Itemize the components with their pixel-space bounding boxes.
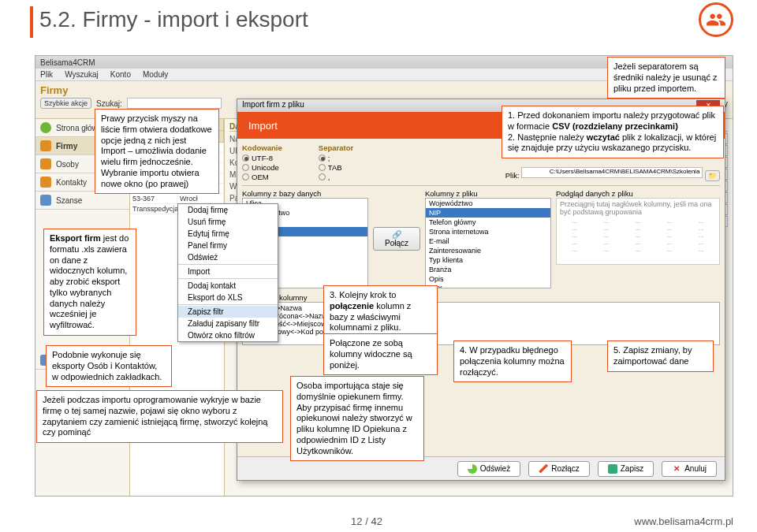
- list-item[interactable]: Województwo: [426, 199, 550, 208]
- callout-11: 5. Zapisz zmiany, by zaimportować dane: [607, 340, 714, 372]
- quick-actions-button[interactable]: Szybkie akcje: [40, 98, 91, 109]
- menu-item[interactable]: Import: [178, 266, 278, 277]
- callout-9: Osoba importująca staje się domyślnie op…: [290, 376, 424, 461]
- menu-moduly[interactable]: Moduły: [143, 70, 168, 79]
- preview-grid[interactable]: Przeciągnij tutaj nagłówek kolumny, jeśl…: [556, 198, 720, 265]
- sidebar-item-szanse[interactable]: Szanse: [35, 192, 129, 210]
- footer-url: www.belisama4crm.pl: [634, 515, 733, 527]
- callout-4: Jeżeli podczas importu oprogramowanie wy…: [36, 390, 283, 443]
- list-item[interactable]: Typ klienta: [426, 255, 550, 265]
- page-title: 5.2. Firmy - import i eksport: [39, 7, 308, 32]
- menu-item[interactable]: Eksport do XLS: [178, 292, 278, 303]
- page-number: 12 / 42: [351, 515, 382, 527]
- callout-5: Jeżeli separatorem są średniki należy je…: [607, 57, 725, 99]
- menu-plik[interactable]: Plik: [40, 70, 53, 79]
- radio-unicode[interactable]: Unicode: [242, 163, 279, 172]
- list-item[interactable]: Zainteresowanie: [426, 246, 550, 255]
- chance-icon: [40, 195, 51, 206]
- callout-3: Podobnie wykonuje się eksporty Osób i Ko…: [46, 345, 172, 387]
- home-icon: [40, 122, 51, 133]
- mapped-row[interactable]: Kod pocztowy<->Kod pocztowy: [246, 328, 716, 336]
- badge-icon: [699, 2, 733, 37]
- mapped-row[interactable]: Nazwa skrócona<->Nazwa sk: [246, 312, 716, 320]
- contact-icon: [40, 177, 51, 188]
- menu-konto[interactable]: Konto: [110, 70, 131, 79]
- browse-button[interactable]: 📁: [705, 170, 720, 181]
- cancel-icon: ✕: [672, 464, 681, 474]
- menu-item[interactable]: Odśwież: [178, 251, 278, 263]
- menu-item[interactable]: Zapisz filtr: [178, 306, 278, 318]
- radio-tab[interactable]: TAB: [319, 163, 342, 172]
- file-columns-listbox[interactable]: WojewództwoNIPTelefon głównyStrona inter…: [425, 198, 551, 288]
- sidebar-item-label: Kontakty: [56, 178, 87, 187]
- mapped-label: Połączone kolumny: [242, 293, 720, 302]
- menu-item[interactable]: Dodaj firmę: [178, 204, 278, 216]
- file-columns-label: Kolumny z pliku: [425, 189, 551, 198]
- radio-oem[interactable]: OEM: [242, 173, 269, 181]
- company-icon: [40, 140, 51, 151]
- person-icon: [40, 158, 51, 169]
- context-menu[interactable]: Dodaj firmęUsuń firmęEdytuj firmęPanel f…: [177, 203, 278, 342]
- app-title: Belisama4CRM: [40, 58, 95, 67]
- radio-comma[interactable]: ,: [319, 173, 330, 181]
- menu-wyszukaj[interactable]: Wyszukaj: [65, 70, 99, 79]
- menu-item[interactable]: Usuń firmę: [178, 216, 278, 228]
- preview-note: Przeciągnij tutaj nagłówek kolumny, jeśl…: [557, 199, 719, 218]
- list-item[interactable]: Telefon główny: [426, 218, 550, 227]
- sidebar-item-label: Szanse: [56, 196, 82, 205]
- refresh-button[interactable]: Odśwież: [457, 461, 520, 477]
- encoding-label: Kodowanie: [242, 143, 287, 152]
- cancel-button[interactable]: ✕Anuluj: [662, 461, 717, 477]
- disconnect-button[interactable]: Rozłącz: [528, 461, 590, 477]
- file-path-input[interactable]: C:\Users\Belisama4CRM\BELISAMA4CRM\Szkol…: [521, 167, 703, 178]
- list-item[interactable]: Opis: [426, 274, 550, 284]
- save-button[interactable]: Zapisz: [598, 461, 654, 477]
- sidebar-item-label: Firmy: [56, 142, 77, 151]
- radio-semicolon[interactable]: ;: [319, 154, 330, 162]
- separator-label: Separator: [319, 143, 353, 152]
- list-item[interactable]: Strona internetowa: [426, 227, 550, 236]
- callout-7: 3. Kolejny krok to połączenie kolumn z b…: [323, 285, 438, 338]
- callout-10: 4. W przypadku błędnego połączenia kolum…: [453, 340, 572, 382]
- save-icon: [608, 464, 617, 474]
- menu-item[interactable]: Panel firmy: [178, 240, 278, 251]
- search-label: Szukaj:: [96, 99, 122, 108]
- mapped-row[interactable]: Miejscowość<->Miejscowość: [246, 320, 716, 328]
- callout-1: Prawy przycisk myszy na liście firm otwi…: [95, 109, 219, 194]
- menu-item[interactable]: Załaduj zapisany filtr: [178, 318, 278, 329]
- menu-item[interactable]: Dodaj kontakt: [178, 280, 278, 292]
- file-label: Plik:: [505, 171, 520, 180]
- callout-2: Eksport firm jest do formatu .xls zawier…: [43, 229, 136, 336]
- menu-item[interactable]: Edytuj firmę: [178, 228, 278, 240]
- preview-label: Podgląd danych z pliku: [556, 189, 720, 198]
- menu-item[interactable]: Otwórz okno filtrów: [178, 329, 278, 341]
- callout-8: Połączone ze sobą kolumny widoczne są po…: [323, 333, 438, 375]
- list-item[interactable]: NIP: [426, 208, 550, 218]
- search-input[interactable]: [127, 98, 222, 109]
- connect-button[interactable]: 🔗 Połącz: [373, 227, 420, 251]
- list-item[interactable]: FAX: [426, 284, 550, 288]
- list-item[interactable]: E-mail: [426, 236, 550, 246]
- db-columns-label: Kolumny z bazy danych: [242, 189, 368, 198]
- list-item[interactable]: Branża: [426, 265, 550, 274]
- callout-6: 1. Przed dokonaniem importu należy przyg…: [502, 106, 724, 158]
- mapped-row[interactable]: Nazwa <->Nazwa: [246, 304, 716, 312]
- sidebar-item-label: Osoby: [56, 160, 79, 169]
- refresh-icon: [468, 464, 477, 474]
- radio-utf8[interactable]: UTF-8: [242, 154, 273, 162]
- unlink-icon: [539, 464, 548, 474]
- mapped-columns-box[interactable]: Nazwa <->NazwaNazwa skrócona<->Nazwa skM…: [242, 302, 720, 345]
- dialog-title: Import firm z pliku: [242, 100, 304, 111]
